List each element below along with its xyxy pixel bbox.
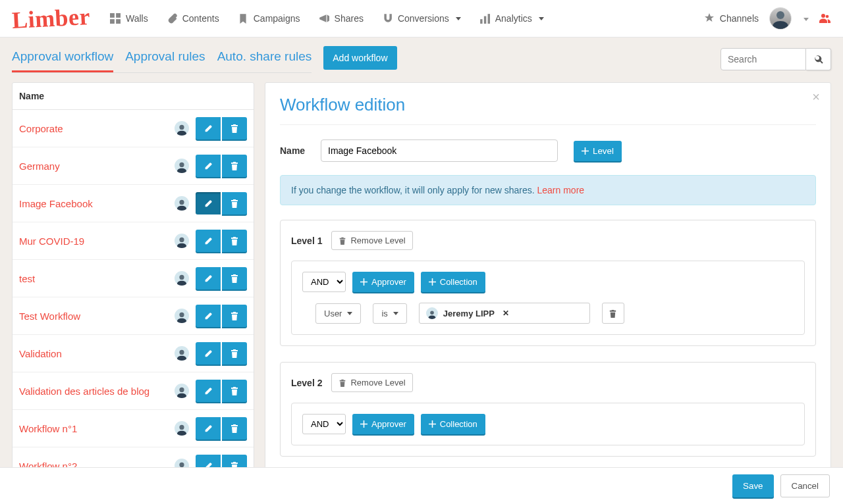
nav-label: Channels [720,13,759,24]
dropdown-label: User [324,309,342,318]
nav-label: Shares [335,13,364,24]
edit-button[interactable] [196,155,221,177]
delete-button[interactable] [222,230,247,252]
user-chip[interactable]: Jeremy LIPP ✕ [419,303,590,324]
close-button[interactable]: × [812,89,820,105]
logic-select[interactable]: AND [302,272,346,292]
pencil-icon [204,161,213,170]
person-icon [176,124,188,136]
delete-button[interactable] [222,267,247,290]
workflow-name-link[interactable]: Mur COVID-19 [19,236,175,247]
grid-icon [110,13,121,24]
remove-level-button[interactable]: Remove Level [331,373,412,392]
edit-button[interactable] [196,267,221,290]
button-label: Collection [440,419,477,429]
delete-button[interactable] [222,305,247,327]
workflow-name-link[interactable]: test [19,273,175,284]
dropdown-label: is [381,309,387,318]
trash-icon [339,379,346,387]
workflow-name-link[interactable]: Test Workflow [19,311,175,322]
workflow-name-link[interactable]: Germany [19,161,175,172]
condition-op-dropdown[interactable]: is [373,303,406,324]
workflow-name-link[interactable]: Validation [19,348,175,359]
bookmark-icon [238,13,248,24]
nav-label: Analytics [495,13,532,24]
team-users-button[interactable] [819,12,831,26]
clip-icon [167,13,177,24]
trash-icon [230,424,239,433]
save-button[interactable]: Save [732,474,773,497]
workflow-name-link[interactable]: Workflow n°1 [19,423,175,434]
edit-button[interactable] [196,192,221,214]
edit-button[interactable] [196,117,221,139]
user-menu-caret[interactable] [802,13,809,24]
tab-approval-workflow[interactable]: Approval workflow [12,45,113,72]
pencil-icon [204,274,213,283]
caret-down-icon [456,17,461,20]
nav-contents[interactable]: Contents [167,13,219,24]
delete-button[interactable] [222,342,247,365]
brand-logo[interactable]: Limber [11,3,91,34]
tab-auto-share-rules[interactable]: Auto. share rules [217,45,312,72]
remove-user-button[interactable]: ✕ [503,309,509,318]
author-avatar [175,196,189,211]
person-icon [771,9,790,29]
nav-conversions[interactable]: Conversions [382,13,461,24]
search-button[interactable] [806,48,831,70]
remove-level-button[interactable]: Remove Level [331,231,412,250]
learn-more-link[interactable]: Learn more [537,185,585,195]
condition-field-dropdown[interactable]: User [315,303,361,324]
workflow-name-input[interactable] [321,139,558,162]
plus-icon [582,147,589,155]
delete-button[interactable] [222,155,247,177]
delete-button[interactable] [222,117,247,139]
nav-campaigns[interactable]: Campaigns [238,13,300,24]
info-banner: If you change the workflow, it will only… [280,175,816,205]
edit-button[interactable] [196,305,221,327]
level-title: Level 1 [291,236,322,246]
user-avatar[interactable] [769,7,792,30]
nav-shares[interactable]: Shares [319,13,364,24]
pencil-icon [204,311,213,320]
add-collection-button[interactable]: Collection [421,414,485,434]
cancel-button[interactable]: Cancel [780,474,830,497]
edit-button[interactable] [196,342,221,365]
workflow-name-link[interactable]: Validation des articles de blog [19,386,175,397]
edit-button[interactable] [196,380,221,402]
delete-button[interactable] [222,417,247,440]
condition-row: User is Jeremy LIPP ✕ [315,303,794,324]
edit-button[interactable] [196,417,221,440]
button-label: Approver [371,277,406,287]
delete-condition-button[interactable] [602,303,624,324]
add-workflow-button[interactable]: Add workflow [323,46,396,70]
edit-button[interactable] [196,230,221,252]
workflow-name-link[interactable]: Image Facebook [19,198,175,209]
author-avatar [175,234,189,248]
nav-label: Campaigns [254,13,300,24]
nav-channels[interactable]: Channels [704,13,759,24]
author-avatar [175,159,189,173]
nav-label: Contents [182,13,219,24]
tabs: Approval workflow Approval rules Auto. s… [12,45,312,73]
delete-button[interactable] [222,380,247,402]
logic-select[interactable]: AND [302,414,346,434]
workflow-name-link[interactable]: Corporate [19,123,175,134]
person-icon [176,274,188,286]
button-label: Collection [440,277,477,287]
workflow-editor: × Workflow edition Name Level If you cha… [265,82,831,485]
add-level-button[interactable]: Level [574,141,622,161]
level-title: Level 2 [291,378,322,388]
add-approver-button[interactable]: Approver [352,414,414,434]
user-name: Jeremy LIPP [443,309,495,318]
nav-analytics[interactable]: Analytics [479,13,544,24]
workflow-row: Test Workflow [13,297,254,335]
nav-walls[interactable]: Walls [110,13,148,24]
main-content: Name Corporate Germany Image Facebook Mu… [0,73,843,504]
search-input[interactable] [721,48,806,70]
tab-approval-rules[interactable]: Approval rules [125,45,205,72]
add-collection-button[interactable]: Collection [421,272,485,292]
delete-button[interactable] [222,192,247,214]
workflow-list-header: Name [13,83,254,110]
add-approver-button[interactable]: Approver [352,272,414,292]
trash-icon [230,161,239,170]
